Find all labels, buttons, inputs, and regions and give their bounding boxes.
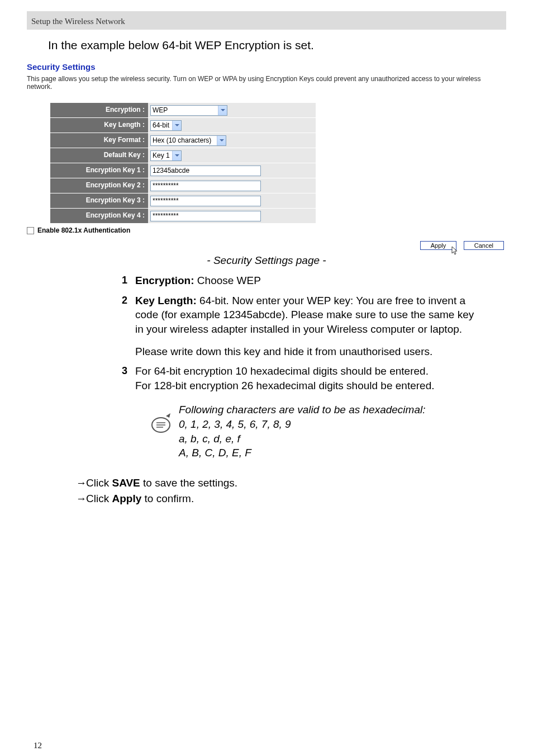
action-save-text: Click SAVE to save the settings. bbox=[86, 477, 237, 489]
list-item: 1 Encryption: Choose WEP bbox=[122, 273, 475, 288]
settings-form: Encryption : WEP Key Length : 64-bit bbox=[50, 103, 506, 223]
action-apply: → Click Apply to confirm. bbox=[76, 493, 506, 505]
key2-row: Encryption Key 2 : ********** bbox=[50, 178, 506, 193]
cancel-button-label: Cancel bbox=[474, 242, 493, 249]
numbered-list: 1 Encryption: Choose WEP 2 Key Length: 6… bbox=[122, 273, 475, 460]
chevron-down-icon bbox=[172, 121, 181, 130]
auth-checkbox[interactable] bbox=[27, 227, 34, 234]
key4-input[interactable]: ********** bbox=[150, 211, 261, 221]
key1-label: Encryption Key 1 : bbox=[50, 163, 148, 178]
item3-line1: For 64-bit encryption 10 hexadecimal dig… bbox=[135, 365, 429, 377]
encryption-label: Encryption : bbox=[50, 103, 148, 117]
cancel-button[interactable]: Cancel bbox=[464, 241, 504, 250]
item-text: Encryption: Choose WEP bbox=[135, 273, 475, 288]
item-number: 3 bbox=[122, 364, 135, 460]
key-length-label: Key Length : bbox=[50, 118, 148, 133]
item-text: Key Length: 64-bit. Now enter your WEP k… bbox=[135, 294, 475, 359]
page-number: 12 bbox=[34, 741, 42, 750]
chevron-down-icon bbox=[172, 151, 181, 160]
key3-row: Encryption Key 3 : ********** bbox=[50, 193, 506, 208]
encryption-row: Encryption : WEP bbox=[50, 103, 506, 117]
item3-line2: For 128-bit encryption 26 hexadecimal di… bbox=[135, 380, 435, 391]
default-key-label: Default Key : bbox=[50, 148, 148, 163]
note-text: Following characters are valid to be as … bbox=[179, 403, 425, 460]
apply-button[interactable]: Apply bbox=[420, 241, 457, 250]
key4-row: Encryption Key 4 : ********** bbox=[50, 209, 506, 223]
key4-label: Encryption Key 4 : bbox=[50, 209, 148, 223]
note-icon bbox=[151, 412, 173, 434]
note-line3: a, b, c, d, e, f bbox=[179, 432, 425, 446]
intro-text: In the example below 64-bit WEP Encrypti… bbox=[48, 39, 506, 52]
breadcrumb-text: Setup the Wireless Network bbox=[31, 17, 125, 26]
item1-bold: Encryption: bbox=[135, 275, 194, 286]
key-length-row: Key Length : 64-bit bbox=[50, 118, 506, 133]
list-item: 3 For 64-bit encryption 10 hexadecimal d… bbox=[122, 364, 475, 460]
key2-value: ********** bbox=[153, 182, 179, 190]
key-length-value: 64-bit bbox=[153, 121, 169, 129]
key1-input[interactable]: 12345abcde bbox=[150, 166, 261, 176]
key1-row: Encryption Key 1 : 12345abcde bbox=[50, 163, 506, 178]
button-row: Apply Cancel bbox=[27, 240, 506, 250]
security-settings-panel: Security Settings This page allows you s… bbox=[27, 62, 506, 250]
action-save: → Click SAVE to save the settings. bbox=[76, 477, 506, 489]
key-format-select[interactable]: Hex (10 characters) bbox=[150, 135, 226, 146]
key3-value: ********** bbox=[153, 197, 179, 205]
key2-input[interactable]: ********** bbox=[150, 181, 261, 191]
key-format-label: Key Format : bbox=[50, 133, 148, 148]
key-length-select[interactable]: 64-bit bbox=[150, 120, 182, 131]
note-block: Following characters are valid to be as … bbox=[151, 403, 475, 460]
key-format-value: Hex (10 characters) bbox=[153, 136, 211, 144]
auth-checkbox-row: Enable 802.1x Authentication bbox=[27, 226, 506, 234]
action-apply-text: Click Apply to confirm. bbox=[86, 493, 194, 505]
item2-bold: Key Length: bbox=[135, 295, 197, 306]
note-line2: 0, 1, 2, 3, 4, 5, 6, 7, 8, 9 bbox=[179, 417, 425, 432]
key-format-row: Key Format : Hex (10 characters) bbox=[50, 133, 506, 148]
arrow-icon: → bbox=[76, 477, 86, 489]
default-key-select[interactable]: Key 1 bbox=[150, 150, 182, 161]
default-key-value: Key 1 bbox=[153, 152, 170, 159]
note-line1: Following characters are valid to be as … bbox=[179, 403, 425, 417]
chevron-down-icon bbox=[218, 106, 227, 115]
key1-value: 12345abcde bbox=[153, 167, 189, 174]
key3-label: Encryption Key 3 : bbox=[50, 193, 148, 208]
panel-title: Security Settings bbox=[27, 62, 506, 72]
item1-rest: Choose WEP bbox=[194, 275, 261, 286]
chevron-down-icon bbox=[217, 136, 226, 145]
key2-label: Encryption Key 2 : bbox=[50, 178, 148, 193]
action-steps: → Click SAVE to save the settings. → Cli… bbox=[76, 477, 506, 505]
item-number: 2 bbox=[122, 294, 135, 359]
item-text: For 64-bit encryption 10 hexadecimal dig… bbox=[135, 364, 475, 460]
panel-description: This page allows you setup the wireless … bbox=[27, 75, 506, 91]
key4-value: ********** bbox=[153, 212, 179, 220]
apply-button-label: Apply bbox=[431, 242, 446, 249]
item-number: 1 bbox=[122, 273, 135, 288]
breadcrumb: Setup the Wireless Network bbox=[27, 11, 506, 30]
cursor-icon bbox=[451, 246, 459, 256]
figure-caption: - Security Settings page - bbox=[27, 254, 506, 267]
encryption-value: WEP bbox=[153, 106, 168, 114]
arrow-icon: → bbox=[76, 493, 86, 505]
key3-input[interactable]: ********** bbox=[150, 196, 261, 206]
default-key-row: Default Key : Key 1 bbox=[50, 148, 506, 163]
list-item: 2 Key Length: 64-bit. Now enter your WEP… bbox=[122, 294, 475, 359]
auth-checkbox-label: Enable 802.1x Authentication bbox=[37, 226, 130, 234]
encryption-select[interactable]: WEP bbox=[150, 105, 227, 116]
item2-extra: Please write down this key and hide it f… bbox=[135, 344, 475, 359]
note-line4: A, B, C, D, E, F bbox=[179, 446, 425, 460]
